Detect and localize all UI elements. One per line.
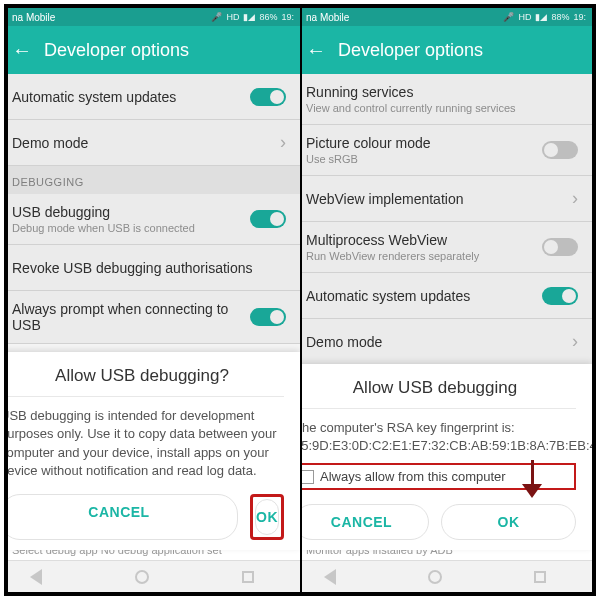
left-screenshot: na Mobile 🎤 HD ▮◢ 86% 19: Developer opti… [8,8,300,592]
right-screenshot: na Mobile 🎤 HD ▮◢ 88% 19: Developer opti… [300,8,592,592]
nav-bar [300,560,592,592]
status-bar: na Mobile 🎤 HD ▮◢ 88% 19: [300,8,592,26]
voice-icon: 🎤 [211,12,222,22]
cancel-button[interactable]: CANCEL [8,494,238,540]
ok-button[interactable]: OK [255,499,279,535]
carrier-label: na Mobile [306,12,349,23]
rsa-dialog: Allow USB debugging The computer's RSA k… [300,364,592,550]
always-allow-label: Always allow from this computer [320,469,506,484]
row-picture-colour[interactable]: Picture colour mode Use sRGB [300,125,592,176]
nav-recent-icon[interactable] [534,571,546,583]
status-bar: na Mobile 🎤 HD ▮◢ 86% 19: [8,8,300,26]
dialog-body: USB debugging is intended for developmen… [8,407,284,480]
clock-label: 19: [573,12,586,22]
signal-icon: ▮◢ [243,12,255,22]
row-usb-debugging[interactable]: USB debugging Debug mode when USB is con… [8,194,300,245]
nav-bar [8,560,300,592]
always-allow-checkbox[interactable] [300,470,314,484]
toggle-always-prompt[interactable] [250,308,286,326]
chevron-right-icon: › [572,188,578,209]
row-demo-mode[interactable]: Demo mode › [8,120,300,166]
nav-back-icon[interactable] [30,569,42,585]
dialog-title: Allow USB debugging [300,378,576,408]
cancel-button[interactable]: CANCEL [300,504,429,540]
row-multiprocess-webview[interactable]: Multiprocess WebView Run WebView rendere… [300,222,592,273]
clock-label: 19: [281,12,294,22]
row-auto-updates[interactable]: Automatic system updates [300,273,592,319]
row-auto-updates[interactable]: Automatic system updates [8,74,300,120]
chevron-right-icon: › [572,331,578,352]
toggle-auto-updates[interactable] [250,88,286,106]
toggle-usb-debugging[interactable] [250,210,286,228]
app-header: Developer options [300,26,592,74]
toggle-auto-updates[interactable] [542,287,578,305]
voice-icon: 🎤 [503,12,514,22]
page-title: Developer options [44,40,189,61]
nav-recent-icon[interactable] [242,571,254,583]
signal-icon: ▮◢ [535,12,547,22]
back-icon[interactable] [12,41,30,59]
nav-home-icon[interactable] [135,570,149,584]
battery-label: 88% [551,12,569,22]
toggle-picture-colour[interactable] [542,141,578,159]
nav-home-icon[interactable] [428,570,442,584]
carrier-label: na Mobile [12,12,55,23]
dialog-title: Allow USB debugging? [8,366,284,396]
annotation-arrow-icon [522,460,542,500]
chevron-right-icon: › [280,132,286,153]
dialog-body: The computer's RSA key fingerprint is: 8… [300,419,576,455]
page-title: Developer options [338,40,483,61]
app-header: Developer options [8,26,300,74]
nav-back-icon[interactable] [324,569,336,585]
row-always-prompt[interactable]: Always prompt when connecting to USB [8,291,300,344]
section-debugging: DEBUGGING [8,166,300,194]
settings-list: Automatic system updates Demo mode › DEB… [8,74,300,344]
hd-icon: HD [518,12,531,22]
settings-list: Running services View and control curren… [300,74,592,365]
battery-label: 86% [259,12,277,22]
hd-icon: HD [226,12,239,22]
back-icon[interactable] [306,41,324,59]
row-running-services[interactable]: Running services View and control curren… [300,74,592,125]
ok-button[interactable]: OK [441,504,576,540]
row-revoke-auth[interactable]: Revoke USB debugging authorisations [8,245,300,291]
row-demo-mode[interactable]: Demo mode › [300,319,592,365]
toggle-multiprocess[interactable] [542,238,578,256]
row-webview[interactable]: WebView implementation › [300,176,592,222]
usb-debug-dialog: Allow USB debugging? USB debugging is in… [8,352,300,550]
